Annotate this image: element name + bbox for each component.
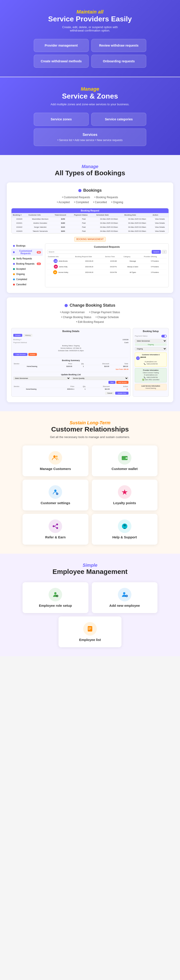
th-customer: Customer Info (27, 213, 54, 217)
dot-icon (13, 268, 15, 270)
cancel-btn[interactable]: Cancel (105, 392, 115, 395)
svg-point-26 (88, 629, 89, 630)
bm-right-panel: Customized Requests Search ⋮ Customer In… (45, 243, 169, 287)
update-booking-title: Update Booking List (13, 372, 129, 376)
card-add-new-employee[interactable]: Add new employee (92, 582, 158, 613)
zones-highlight: Manage (7, 86, 173, 92)
change-status-title: Change Booking Status (11, 303, 169, 308)
booking-details-left: Booking Details Details History Booking … (11, 328, 131, 397)
svg-point-10 (56, 527, 58, 529)
zones-grid: Service zones Service categories (34, 113, 146, 126)
card-create-withdrawal-methods[interactable]: Create withdrawal methods (34, 55, 89, 68)
bookings-title: All Types of Bookings (7, 169, 173, 177)
bs-header: Booking Request (11, 208, 169, 213)
customer-wallet-icon (118, 451, 131, 465)
bd-title: Booking Details (13, 330, 129, 332)
table-row: #10423 Takeshi Yamamoto $200 Paid 04-Mar… (11, 229, 169, 233)
bm-menu-customized[interactable]: Customized Requests 50 (11, 248, 43, 256)
booking-status-select[interactable]: Ongoing Completed Cancelled (135, 347, 167, 350)
bd-tab-history[interactable]: History (23, 334, 32, 337)
bm-menu-booking-req[interactable]: Booking Requests 10 (11, 261, 43, 266)
card-employee-role-setup[interactable]: Employee role setup (22, 582, 88, 613)
dot-icon (13, 258, 15, 259)
select-service[interactable]: Service Quantity (71, 377, 129, 380)
table-row: #10422 Sergio Valentini $120 Paid 04-Mar… (11, 225, 169, 229)
table-row: #10420 Maximillian Morrison $150 Paid 04… (11, 217, 169, 221)
serviceman-select[interactable]: Select Serviceman (135, 339, 167, 343)
bm-filter-button[interactable]: ⋮ (162, 250, 167, 254)
card-service-zones[interactable]: Service zones (34, 113, 89, 126)
bm-cust-table: Customer Info Booking Request Date Servi… (47, 255, 167, 275)
dot-icon (13, 278, 15, 280)
employees-section: Simple Employee Management Employee role… (0, 554, 180, 656)
card-employee-list[interactable]: Employee list (59, 616, 121, 647)
change-booking-status-box: Change Booking Status Assign Serviceman … (7, 298, 173, 402)
card-customer-settings[interactable]: Customer settings (22, 480, 88, 511)
bm-search-row: Search ⋮ (47, 250, 167, 254)
bd-invoice-btn[interactable]: Invoice (28, 353, 37, 356)
add-new-employee-icon (118, 588, 131, 601)
booking-details-grid: Booking Details Details History Booking … (11, 328, 169, 397)
th-payment: Payment Status (73, 213, 95, 217)
services-card-items: • Service list • Add new service • New s… (38, 138, 142, 142)
bd-booking-summary-title: Booking Summary (13, 358, 129, 361)
loyalty-points-label: Loyalty points (113, 501, 136, 505)
services-card-title: Services (38, 133, 142, 137)
bd-tab-details[interactable]: Details (13, 334, 22, 337)
zones-title: Service & Zones (7, 92, 173, 100)
svg-point-4 (126, 458, 126, 458)
manage-customers-icon (49, 451, 62, 465)
bm-search-button[interactable]: Search (152, 250, 161, 254)
list-item: JK Jerome Kelley 2023-06-20 03:04 PM All… (47, 269, 167, 275)
card-manage-customers[interactable]: Manage Customers (22, 445, 88, 476)
lead-service-title: Lead Service Information (136, 385, 166, 387)
card-loyalty-points[interactable]: Loyalty points (92, 480, 158, 511)
booking-management-label: BOOKING MANAGEMENT (74, 237, 105, 242)
card-help-support[interactable]: Help & Support (92, 514, 158, 545)
bookings-feature-title: Bookings (11, 188, 169, 193)
payment-status-toggle[interactable] (161, 335, 167, 337)
customer-info-card: Customer Information ℹ JS jakerob ✉ jake… (135, 353, 167, 367)
customer-settings-label: Customer settings (40, 501, 70, 505)
update-now-btn[interactable]: Update Now (115, 392, 129, 395)
add-service-btn[interactable]: Add Service (116, 381, 129, 384)
zones-subtitle: Add multiple zones and zone-wise service… (7, 103, 173, 106)
svg-point-9 (56, 523, 58, 525)
svg-rect-22 (89, 628, 91, 629)
summary-row: HomeCleaning $100.00 1 $10.00 $90.00 (13, 365, 129, 368)
bm-left-menu: Bookings Customized Requests 50 Verify R… (11, 243, 43, 287)
select-serviceman[interactable]: Select Serviceman (13, 377, 70, 380)
bm-menu-accepted[interactable]: Accepted (11, 267, 43, 271)
svg-rect-12 (124, 528, 126, 529)
employee-role-setup-icon (49, 588, 62, 601)
card-customer-wallet[interactable]: Customer wallet (92, 445, 158, 476)
avatar: JK (53, 270, 57, 274)
booking-summary-table: Service Price Qty Discount Total HomeCle… (13, 363, 129, 368)
card-provider-management[interactable]: Provider management (34, 39, 89, 52)
bm-th-date: Booking Request Date (74, 255, 104, 258)
manage-customers-label: Manage Customers (40, 467, 71, 471)
card-review-withdraw-requests[interactable]: Review withdraw requests (91, 39, 146, 52)
provider-info-card: Provider Information Client Connect Trad… (135, 368, 167, 382)
bm-menu-bookings[interactable]: Bookings (11, 243, 43, 248)
bm-search-input[interactable] (47, 250, 151, 254)
bm-menu-completed[interactable]: Completed (11, 277, 43, 282)
update-booking-table: Service Price Qty Discount Action HomeCl… (13, 385, 129, 390)
dot-icon (13, 251, 14, 253)
bookings-feature-box: Bookings Customized Requests Booking Req… (7, 183, 173, 293)
bd-add-services-btn[interactable]: + Add Services (13, 353, 27, 356)
add-new-employee-label: Add new employee (109, 604, 140, 608)
bm-menu-ongoing[interactable]: Ongoing (11, 272, 43, 277)
card-refer-earn[interactable]: Refer & Earn (22, 514, 88, 545)
bookings-section: Manage All Types of Bookings Bookings Cu… (0, 155, 180, 411)
card-services-full[interactable]: Services • Service list • Add new servic… (34, 129, 146, 146)
bm-menu-cancelled[interactable]: Cancelled (11, 282, 43, 287)
card-onboarding-requests[interactable]: Onboarding requests (91, 55, 146, 68)
bm-th-category: Category (123, 255, 143, 258)
th-action: Action (151, 213, 169, 217)
bm-menu-verify[interactable]: Verify Requests (11, 256, 43, 261)
card-service-categories[interactable]: Service categories (91, 113, 146, 126)
start-btn[interactable]: Start (108, 381, 115, 384)
lead-service-card: Lead Service Information HomeCleaning (135, 384, 167, 390)
booking-details-right: Booking Setup Payment Status Select Serv… (133, 328, 169, 397)
